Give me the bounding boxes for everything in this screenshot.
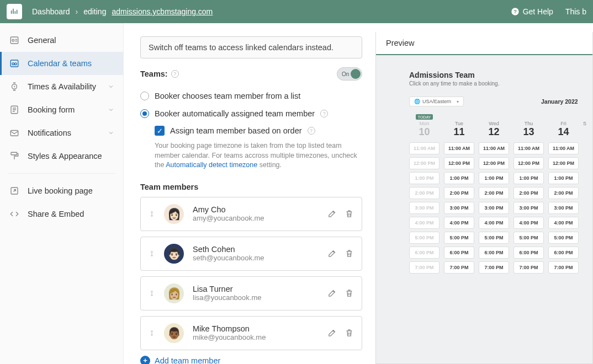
time-slot[interactable]: 7:00 PM	[548, 261, 579, 274]
day-of-week: Wed	[489, 121, 499, 126]
edit-icon[interactable]	[327, 328, 337, 338]
time-slot[interactable]: 5:00 PM	[513, 232, 544, 244]
time-slot[interactable]: 5:00 PM	[409, 232, 440, 244]
this-b-truncated[interactable]: This b	[565, 7, 586, 16]
help-icon[interactable]: ?	[308, 127, 315, 135]
time-slot[interactable]: 2:00 PM	[513, 187, 544, 199]
checkbox-assign-order[interactable]: ✓ Assign team member based on order ?	[140, 122, 362, 139]
time-slot[interactable]: 11:00 AM	[409, 142, 440, 154]
time-slot[interactable]: 1:00 PM	[444, 172, 474, 184]
time-slot[interactable]: 6:00 PM	[444, 247, 474, 259]
time-slot[interactable]: 5:00 PM	[479, 232, 509, 244]
time-slot[interactable]: 4:00 PM	[409, 217, 440, 229]
sidebar-item-times[interactable]: Times & Availability	[0, 75, 123, 98]
time-slot[interactable]: 2:00 PM	[409, 187, 440, 199]
time-slot[interactable]: 2:00 PM	[479, 187, 509, 199]
time-slot[interactable]: 11:00 AM	[548, 142, 579, 154]
time-slot[interactable]: 4:00 PM	[513, 217, 544, 229]
timezone-selector[interactable]: 🌐 USA/Eastern ▾	[409, 97, 464, 106]
radio-booker-chooses[interactable]: Booker chooses team member from a list	[140, 87, 362, 105]
time-slot[interactable]: 4:00 PM	[444, 217, 474, 229]
help-icon[interactable]: ?	[320, 110, 328, 117]
member-name: Seth Cohen	[193, 245, 319, 254]
time-slot[interactable]: 7:00 PM	[409, 261, 440, 274]
sidebar-item-styles[interactable]: Styles & Appearance	[0, 144, 123, 168]
sidebar-item-notifications[interactable]: Notifications	[0, 121, 123, 144]
time-slot[interactable]: 3:00 PM	[479, 202, 509, 214]
svg-rect-9	[10, 131, 18, 136]
avatar: 👨🏻	[164, 244, 184, 264]
delete-icon[interactable]	[345, 209, 354, 218]
time-slot[interactable]: 7:00 PM	[479, 261, 509, 274]
sidebar-item-general[interactable]: General	[0, 29, 123, 52]
time-slot[interactable]: 7:00 PM	[444, 261, 474, 274]
day-of-week: Thu	[525, 121, 533, 126]
time-slot[interactable]: 4:00 PM	[548, 217, 579, 229]
sidebar-item-live-booking[interactable]: Live booking page	[0, 179, 123, 202]
time-slot[interactable]: 5:00 PM	[444, 232, 474, 244]
radio-booker-auto[interactable]: Booker automatically assigned team membe…	[140, 105, 362, 122]
sidebar-item-calendar-teams[interactable]: Calendar & teams	[0, 52, 123, 75]
day-number: 10	[419, 126, 430, 138]
time-slot[interactable]: 11:00 AM	[479, 142, 509, 154]
breadcrumb-url[interactable]: admissions.ycbmstaging.com	[112, 7, 213, 16]
time-slot[interactable]: 1:00 PM	[409, 172, 440, 184]
preview-body: Admissions Team Click on any time to mak…	[376, 55, 592, 363]
edit-icon[interactable]	[327, 288, 337, 298]
day-number: 13	[523, 126, 534, 138]
time-slot[interactable]: 3:00 PM	[444, 202, 474, 214]
drag-handle-icon[interactable]	[149, 209, 155, 219]
time-slot[interactable]: 4:00 PM	[479, 217, 509, 229]
sidebar-item-booking-form[interactable]: Booking form	[0, 98, 123, 121]
time-slot[interactable]: 12:00 PM	[513, 157, 544, 169]
teams-toggle[interactable]: On	[337, 67, 362, 81]
time-slot[interactable]: 12:00 PM	[479, 157, 509, 169]
delete-icon[interactable]	[345, 328, 354, 338]
time-slot[interactable]: 11:00 AM	[444, 142, 474, 154]
time-slot[interactable]: 12:00 PM	[409, 157, 440, 169]
time-slot[interactable]: 3:00 PM	[409, 202, 440, 214]
sidebar-item-share-embed[interactable]: Share & Embed	[0, 202, 123, 226]
time-slot[interactable]: 7:00 PM	[513, 261, 544, 274]
timezone-link[interactable]: Automatically detect timezone	[166, 161, 257, 169]
time-slot[interactable]: 6:00 PM	[479, 247, 509, 259]
edit-icon[interactable]	[327, 209, 337, 218]
calendar-day-column: Tue1111:00 AM12:00 PM1:00 PM2:00 PM3:00 …	[444, 114, 474, 276]
timezone-row: 🌐 USA/Eastern ▾ January 2022	[409, 97, 592, 106]
add-team-member-button[interactable]: + Add team member	[140, 356, 362, 365]
app-logo[interactable]	[7, 4, 22, 19]
help-icon[interactable]: ?	[171, 70, 179, 78]
delete-icon[interactable]	[345, 249, 354, 258]
time-slot[interactable]: 5:00 PM	[548, 232, 579, 244]
chevron-down-icon	[108, 130, 114, 136]
drag-handle-icon[interactable]	[149, 249, 155, 259]
time-slot[interactable]: 6:00 PM	[513, 247, 544, 259]
preview-title: Admissions Team	[409, 71, 592, 79]
time-slot[interactable]: 2:00 PM	[444, 187, 474, 199]
time-slot[interactable]: 1:00 PM	[513, 172, 544, 184]
time-slot[interactable]: 12:00 PM	[444, 157, 474, 169]
time-slot[interactable]: 2:00 PM	[548, 187, 579, 199]
svg-point-6	[14, 63, 17, 65]
chevron-right-icon: ›	[76, 7, 78, 16]
svg-rect-10	[11, 152, 17, 155]
member-actions	[327, 288, 354, 298]
day-number: 11	[453, 126, 464, 138]
time-slot[interactable]: 3:00 PM	[548, 202, 579, 214]
mail-icon	[9, 128, 20, 138]
team-member-card: 👩🏻 Amy Cho amy@youcanbook.me	[140, 197, 362, 231]
time-slot[interactable]: 1:00 PM	[479, 172, 509, 184]
drag-handle-icon[interactable]	[149, 288, 155, 298]
breadcrumb-dashboard[interactable]: Dashboard	[32, 7, 70, 16]
time-slot[interactable]: 6:00 PM	[548, 247, 579, 259]
time-slot[interactable]: 3:00 PM	[513, 202, 544, 214]
drag-handle-icon[interactable]	[149, 328, 155, 338]
time-slot[interactable]: 6:00 PM	[409, 247, 440, 259]
delete-icon[interactable]	[345, 288, 354, 298]
edit-icon[interactable]	[327, 249, 337, 258]
time-slot[interactable]: 12:00 PM	[548, 157, 579, 169]
get-help-button[interactable]: ? Get Help	[511, 7, 553, 16]
teams-label: Teams:	[140, 69, 168, 78]
time-slot[interactable]: 1:00 PM	[548, 172, 579, 184]
time-slot[interactable]: 11:00 AM	[513, 142, 544, 154]
